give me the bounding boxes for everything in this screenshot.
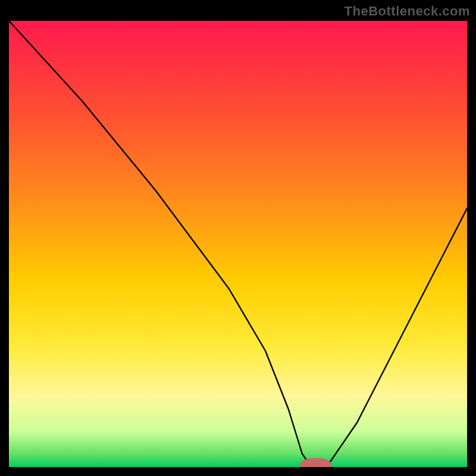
gradient-rect	[9, 21, 467, 467]
chart-container: TheBottleneck.com	[0, 0, 476, 476]
plot-area	[9, 21, 467, 467]
plot-svg	[9, 21, 467, 467]
watermark-text: TheBottleneck.com	[345, 4, 470, 19]
